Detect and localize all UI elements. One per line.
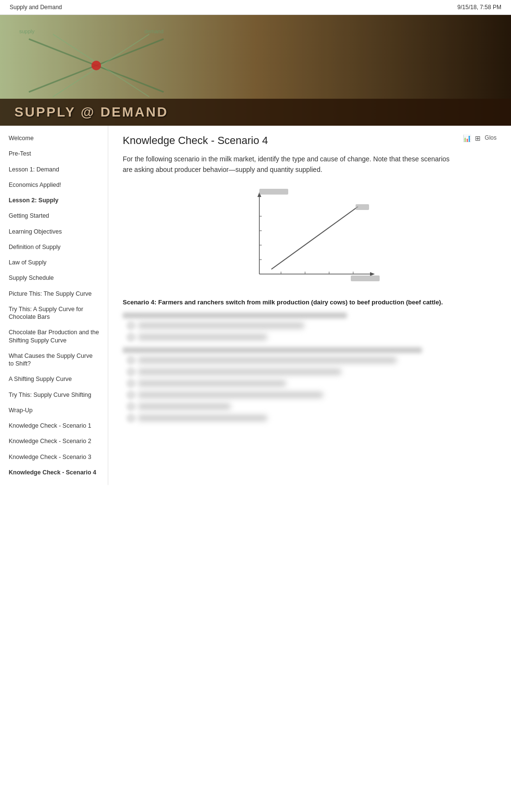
sidebar-item-kc-scenario3[interactable]: Knowledge Check - Scenario 3 bbox=[0, 449, 108, 465]
sidebar-item-chocolate-production[interactable]: Chocolate Bar Production and the Shiftin… bbox=[0, 325, 108, 348]
svg-rect-12 bbox=[259, 189, 288, 195]
sidebar-item-wrap-up[interactable]: Wrap-Up bbox=[0, 403, 108, 418]
app-title: Supply and Demand bbox=[10, 4, 62, 11]
answer-option-1[interactable] bbox=[128, 322, 497, 329]
glos-link[interactable]: Glos bbox=[485, 134, 497, 142]
sidebar-item-getting-started[interactable]: Getting Started bbox=[0, 208, 108, 223]
answer-option-4[interactable] bbox=[128, 368, 497, 375]
sidebar-item-picture-this[interactable]: Picture This: The Supply Curve bbox=[0, 286, 108, 301]
sidebar-item-law-supply[interactable]: Law of Supply bbox=[0, 255, 108, 270]
svg-marker-10 bbox=[370, 272, 375, 276]
answer-option-8[interactable] bbox=[128, 415, 497, 421]
sidebar-item-what-causes[interactable]: What Causes the Supply Curve to Shift? bbox=[0, 348, 108, 372]
sidebar-item-economics-applied[interactable]: Economics Applied! bbox=[0, 177, 108, 193]
sidebar-item-pre-test[interactable]: Pre-Test bbox=[0, 146, 108, 161]
chart-icon[interactable]: 📊 bbox=[463, 134, 471, 142]
sidebar-item-kc-scenario4[interactable]: Knowledge Check - Scenario 4 bbox=[0, 465, 108, 480]
expand-icon[interactable]: ⊞ bbox=[475, 134, 481, 142]
content-area: Knowledge Check - Scenario 4 📊 ⊞ Glos Fo… bbox=[108, 126, 511, 485]
answer-section bbox=[123, 313, 497, 421]
top-icons: 📊 ⊞ Glos bbox=[463, 134, 497, 142]
sidebar-item-lesson1-demand[interactable]: Lesson 1: Demand bbox=[0, 162, 108, 177]
answer-option-2[interactable] bbox=[128, 334, 497, 341]
sidebar-item-definition-supply[interactable]: Definition of Supply bbox=[0, 239, 108, 255]
question-type bbox=[123, 313, 347, 318]
answer-option-6[interactable] bbox=[128, 392, 497, 398]
intro-text: For the following scenario in the milk m… bbox=[123, 154, 450, 175]
hero-title: SUPPLY @ DEMAND bbox=[0, 99, 511, 126]
svg-text:demand: demand bbox=[144, 28, 164, 34]
sidebar-item-try-this-chocolate[interactable]: Try This: A Supply Curve for Chocolate B… bbox=[0, 301, 108, 325]
sidebar-item-try-this-shifting[interactable]: Try This: Supply Curve Shifting bbox=[0, 387, 108, 403]
question-cause bbox=[123, 347, 422, 353]
content-header: Knowledge Check - Scenario 4 📊 ⊞ Glos bbox=[123, 134, 497, 147]
page-title: Knowledge Check - Scenario 4 bbox=[123, 134, 268, 147]
svg-rect-13 bbox=[351, 275, 380, 281]
sidebar-item-welcome[interactable]: Welcome bbox=[0, 131, 108, 146]
datetime: 9/15/18, 7:58 PM bbox=[458, 4, 501, 11]
svg-rect-22 bbox=[356, 204, 369, 210]
hero-banner: supply demand SUPPLY @ DEMAND bbox=[0, 15, 511, 126]
chart-container bbox=[123, 185, 497, 291]
supply-curve-chart bbox=[233, 185, 387, 291]
main-layout: Welcome Pre-Test Lesson 1: Demand Econom… bbox=[0, 126, 511, 485]
svg-point-4 bbox=[91, 61, 101, 70]
sidebar: Welcome Pre-Test Lesson 1: Demand Econom… bbox=[0, 126, 108, 485]
sidebar-item-learning-objectives[interactable]: Learning Objectives bbox=[0, 224, 108, 239]
sidebar-item-lesson2-supply[interactable]: Lesson 2: Supply bbox=[0, 193, 108, 208]
sidebar-item-kc-scenario1[interactable]: Knowledge Check - Scenario 1 bbox=[0, 418, 108, 433]
scenario-label: Scenario 4: Farmers and ranchers switch … bbox=[123, 299, 497, 306]
sidebar-item-shifting-supply[interactable]: A Shifting Supply Curve bbox=[0, 371, 108, 387]
svg-line-11 bbox=[271, 207, 358, 269]
answer-option-5[interactable] bbox=[128, 380, 497, 387]
top-bar: Supply and Demand 9/15/18, 7:58 PM bbox=[0, 0, 511, 15]
svg-text:supply: supply bbox=[19, 28, 35, 34]
sidebar-item-kc-scenario2[interactable]: Knowledge Check - Scenario 2 bbox=[0, 433, 108, 449]
answer-option-7[interactable] bbox=[128, 403, 497, 410]
answer-option-3[interactable] bbox=[128, 357, 497, 364]
sidebar-item-supply-schedule[interactable]: Supply Schedule bbox=[0, 270, 108, 286]
hero-graphic: supply demand bbox=[14, 25, 178, 102]
